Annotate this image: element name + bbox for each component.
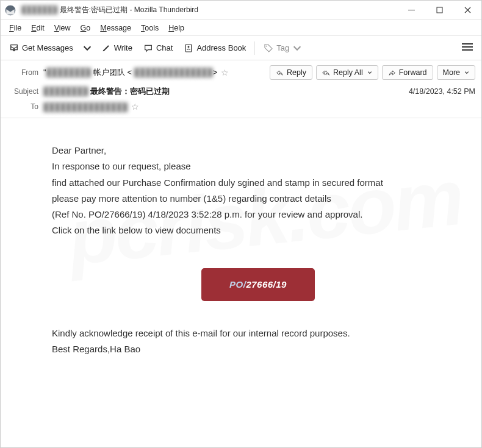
- body-line: In response to our request, please: [52, 158, 464, 174]
- get-messages-label: Get Messages: [22, 43, 73, 52]
- chevron-down-icon: [464, 70, 469, 75]
- po-number: 27666/19: [246, 279, 287, 290]
- menu-go[interactable]: Go: [76, 22, 96, 34]
- chevron-down-icon: [292, 43, 302, 53]
- svg-point-7: [266, 45, 267, 46]
- address-book-label: Address Book: [196, 43, 246, 52]
- body-line: (Ref No. PO/27666/19) 4/18/2023 3:52:28 …: [52, 207, 464, 222]
- chat-icon: [143, 43, 153, 53]
- svg-rect-2: [437, 7, 442, 13]
- message-body: Dear Partner, In response to our request…: [1, 118, 481, 448]
- write-button[interactable]: Write: [96, 40, 137, 56]
- write-label: Write: [114, 43, 132, 52]
- menu-file[interactable]: File: [4, 22, 26, 34]
- svg-rect-5: [186, 44, 192, 52]
- tag-icon: [264, 43, 273, 53]
- body-greeting: Dear Partner,: [52, 143, 464, 158]
- address-book-button[interactable]: Address Book: [179, 40, 251, 56]
- body-ack: Kindly acknowledge receipt of this e-mai…: [52, 325, 464, 341]
- message-actions: Reply Reply All Forward More: [270, 65, 475, 80]
- subject-label: Subject: [7, 87, 43, 96]
- menu-help[interactable]: Help: [164, 22, 189, 34]
- chevron-down-icon: [82, 43, 92, 53]
- menu-tools[interactable]: Tools: [136, 22, 164, 34]
- forward-label: Forward: [399, 68, 427, 77]
- timestamp: 4/18/2023, 4:52 PM: [409, 87, 475, 96]
- chat-label: Chat: [156, 43, 173, 52]
- reply-icon: [276, 69, 284, 77]
- reply-label: Reply: [287, 68, 306, 77]
- reply-all-button[interactable]: Reply All: [316, 65, 378, 80]
- toolbar-separator: [254, 41, 255, 55]
- svg-point-6: [188, 46, 190, 48]
- more-button[interactable]: More: [437, 65, 475, 80]
- download-icon: [9, 43, 19, 53]
- subject-value: ████████ 最终警告：密码已过期: [43, 86, 170, 97]
- reply-all-label: Reply All: [333, 68, 363, 77]
- menubar: File Edit View Go Message Tools Help: [1, 20, 481, 36]
- to-label: To: [7, 102, 43, 111]
- get-messages-dropdown[interactable]: [79, 40, 95, 56]
- from-value: "████████ 帐户团队 < ██████████████>: [43, 67, 217, 78]
- tag-button[interactable]: Tag: [259, 40, 307, 56]
- chevron-down-icon: [367, 70, 372, 75]
- message-header: From "████████ 帐户团队 < ██████████████> ☆ …: [1, 60, 481, 118]
- po-prefix: PO/: [229, 279, 246, 290]
- star-icon[interactable]: ☆: [131, 102, 139, 112]
- menu-view[interactable]: View: [49, 22, 76, 34]
- body-line: please pay more attention to number (1&5…: [52, 191, 464, 207]
- pencil-icon: [101, 43, 111, 53]
- to-value: ███████████████: [43, 102, 128, 112]
- close-button[interactable]: [453, 1, 481, 20]
- more-label: More: [443, 68, 460, 77]
- from-label: From: [7, 68, 43, 77]
- chat-button[interactable]: Chat: [138, 40, 178, 56]
- reply-all-icon: [322, 69, 330, 77]
- star-icon[interactable]: ☆: [221, 68, 229, 77]
- address-book-icon: [184, 43, 193, 53]
- window-controls: [397, 1, 481, 20]
- hamburger-icon: [462, 43, 473, 51]
- minimize-button[interactable]: [397, 1, 425, 20]
- get-messages-button[interactable]: Get Messages: [4, 40, 78, 56]
- menu-message[interactable]: Message: [95, 22, 136, 34]
- forward-button[interactable]: Forward: [382, 65, 433, 80]
- toolbar: Get Messages Write Chat Address Book Tag: [1, 36, 481, 60]
- body-line: find attached our Purchase Confirmation …: [52, 175, 464, 191]
- forward-icon: [388, 69, 396, 77]
- app-icon: [4, 4, 16, 16]
- app-menu-button[interactable]: [457, 39, 478, 57]
- body-line: Click on the link below to view document…: [52, 222, 464, 238]
- po-link-button[interactable]: PO/27666/19: [201, 268, 315, 301]
- maximize-button[interactable]: [425, 1, 453, 20]
- menu-edit[interactable]: Edit: [26, 22, 49, 34]
- body-regards: Best Regards,Ha Bao: [52, 341, 464, 357]
- tag-label: Tag: [276, 43, 289, 52]
- window-title: ███████ 最终警告:密码已过期 - Mozilla Thunderbird: [20, 5, 397, 15]
- titlebar: ███████ 最终警告:密码已过期 - Mozilla Thunderbird: [1, 1, 481, 20]
- reply-button[interactable]: Reply: [270, 65, 312, 80]
